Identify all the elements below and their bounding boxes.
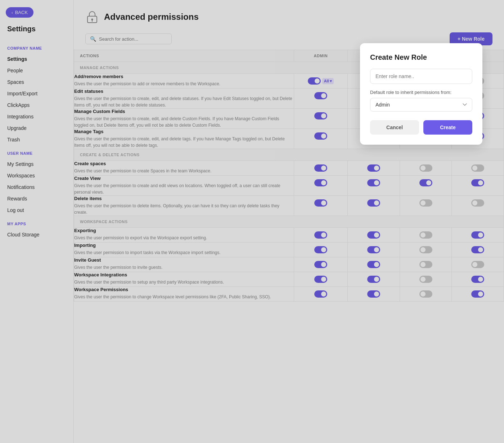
modal-title: Create New Role — [370, 53, 472, 62]
create-role-modal: Create New Role Default role to inherit … — [360, 43, 482, 145]
inherit-label: Default role to inherit permissions from… — [370, 90, 472, 95]
create-button[interactable]: Create — [423, 120, 472, 135]
modal-actions: Cancel Create — [370, 120, 472, 135]
role-name-input[interactable] — [370, 69, 472, 84]
cancel-button[interactable]: Cancel — [370, 120, 419, 135]
modal-overlay: Create New Role Default role to inherit … — [0, 0, 504, 443]
inherit-select[interactable]: Admin Member Viewer Guest — [370, 98, 472, 112]
